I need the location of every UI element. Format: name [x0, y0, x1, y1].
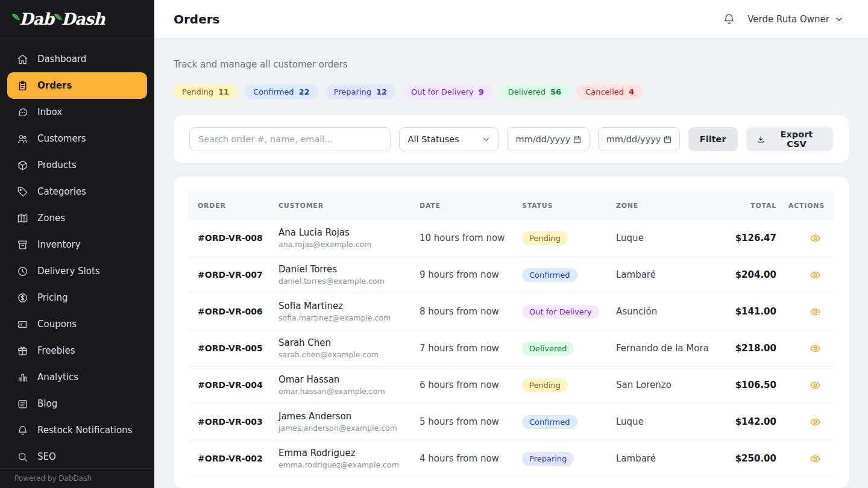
filter-button[interactable]: Filter: [688, 127, 738, 151]
status-pill-label: Out for Delivery: [411, 87, 474, 96]
status-pill-count: 56: [550, 87, 561, 96]
order-zone: Lambaré: [616, 269, 731, 280]
sidebar-item-blog[interactable]: Blog: [7, 390, 147, 417]
sidebar-item-dashboard[interactable]: Dashboard: [7, 46, 147, 72]
search-input[interactable]: [189, 127, 391, 151]
user-menu[interactable]: Verde Ruta Owner: [747, 14, 844, 25]
eye-icon: [810, 306, 821, 318]
categories-icon: [17, 186, 28, 198]
inbox-icon: [17, 107, 28, 118]
sidebar-item-delivery-slots[interactable]: Delivery Slots: [7, 258, 147, 284]
customer-name: Emma Rodriguez: [278, 448, 420, 459]
view-order-button[interactable]: [810, 233, 821, 244]
page-subtitle: Track and manage all customer orders: [174, 59, 849, 70]
customer-name: Omar Hassan: [278, 374, 420, 386]
sidebar-item-label: Inventory: [37, 239, 81, 250]
view-order-button[interactable]: [810, 453, 821, 465]
sidebar-item-products[interactable]: Products: [7, 152, 147, 178]
gift-icon: [17, 345, 28, 357]
date-from-input[interactable]: mm/dd/yyyy: [507, 127, 589, 151]
view-order-button[interactable]: [810, 306, 821, 318]
sidebar-item-label: Analytics: [37, 372, 78, 383]
view-order-button[interactable]: [810, 343, 821, 354]
column-header-date: Date: [420, 202, 522, 210]
status-filter-select[interactable]: All Statuses: [399, 127, 499, 151]
table-row: #ORD-VR-004 Omar Hassan omar.hassan@exam…: [188, 367, 834, 404]
order-total: $141.00: [731, 306, 776, 317]
sidebar-item-label: Categories: [37, 186, 86, 197]
sidebar-item-orders[interactable]: Orders: [7, 72, 147, 99]
status-pill-pending: Pending11: [174, 84, 237, 99]
sidebar-item-zones[interactable]: Zones: [7, 205, 147, 231]
export-csv-button[interactable]: Export CSV: [746, 127, 833, 151]
date-to-input[interactable]: mm/dd/yyyy: [598, 127, 680, 151]
customer-name: Sarah Chen: [278, 337, 420, 349]
status-pill-confirmed: Confirmed22: [245, 84, 318, 99]
search-icon: [17, 451, 28, 463]
sidebar-item-seo[interactable]: SEO: [7, 443, 147, 468]
order-zone: San Lorenzo: [616, 380, 731, 390]
status-badge: Pending: [522, 378, 568, 392]
date-from-value: mm/dd/yyyy: [515, 134, 570, 144]
table-body: #ORD-VR-008 Ana Lucia Rojas ana.rojas@ex…: [188, 220, 834, 477]
pricing-icon: [17, 292, 28, 304]
sidebar-item-analytics[interactable]: Analytics: [7, 364, 147, 390]
view-order-button[interactable]: [810, 269, 821, 281]
status-pill-delivered: Delivered56: [500, 84, 570, 99]
order-id: #ORD-VR-003: [198, 417, 278, 427]
bell-icon: [17, 425, 28, 436]
order-id: #ORD-VR-007: [198, 270, 278, 280]
column-header-status: Status: [522, 202, 616, 210]
status-badge: Confirmed: [522, 268, 577, 282]
customer-email: ana.rojas@example.com: [278, 240, 420, 249]
customer-name: Ana Lucia Rojas: [278, 227, 420, 239]
sidebar-item-label: Coupons: [37, 319, 77, 330]
main: Orders Verde Ruta Owner Track and manage…: [154, 0, 868, 488]
column-header-zone: Zone: [616, 202, 731, 210]
content: Track and manage all customer orders Pen…: [154, 39, 868, 488]
order-date: 9 hours from now: [420, 269, 522, 280]
eye-icon: [810, 416, 821, 428]
filter-bar: All Statuses mm/dd/yyyy mm/dd/yyyy Filte…: [174, 115, 849, 163]
eye-icon: [810, 380, 821, 391]
eye-icon: [810, 453, 821, 465]
column-header-order: Order: [198, 202, 278, 210]
order-zone: Lambaré: [616, 453, 731, 464]
sidebar-item-categories[interactable]: Categories: [7, 178, 147, 205]
sidebar-item-restock-notifications[interactable]: Restock Notifications: [7, 417, 147, 443]
view-order-button[interactable]: [810, 416, 821, 428]
status-pill-count: 4: [629, 87, 634, 96]
sidebar-item-label: Delivery Slots: [37, 266, 100, 277]
order-zone: Luque: [616, 233, 731, 243]
sidebar-item-freebies[interactable]: Freebies: [7, 337, 147, 364]
customer-email: daniel.torres@example.com: [278, 277, 420, 286]
sidebar-item-label: Customers: [37, 133, 86, 144]
order-date: 4 hours from now: [420, 453, 522, 464]
customer-name: Sofia Martinez: [278, 301, 420, 312]
status-pill-preparing: Preparing12: [326, 84, 395, 99]
order-date: 7 hours from now: [420, 343, 522, 354]
view-order-button[interactable]: [810, 380, 821, 391]
notifications-button[interactable]: [723, 13, 735, 25]
status-pill-cancelled: Cancelled4: [577, 84, 643, 99]
status-badge: Pending: [522, 231, 568, 245]
chevron-down-icon: [482, 135, 491, 144]
table-row: #ORD-VR-002 Emma Rodriguez emma.rodrigue…: [188, 440, 834, 477]
status-pill-label: Cancelled: [585, 87, 624, 96]
order-zone: Asunción: [616, 306, 731, 317]
sidebar-item-customers[interactable]: Customers: [7, 125, 147, 152]
sidebar-item-inventory[interactable]: Inventory: [7, 231, 147, 258]
sidebar-item-label: Zones: [37, 213, 65, 224]
sidebar-item-inbox[interactable]: Inbox: [7, 99, 147, 125]
status-pill-count: 22: [299, 87, 310, 96]
orders-table: OrderCustomerDateStatusZoneTotalActions …: [174, 177, 849, 488]
order-id: #ORD-VR-004: [198, 380, 278, 390]
sidebar-item-label: Orders: [37, 80, 72, 91]
eye-icon: [810, 233, 821, 244]
sidebar-item-coupons[interactable]: Coupons: [7, 311, 147, 337]
calendar-icon: [573, 135, 582, 144]
sidebar-item-label: Products: [37, 160, 77, 170]
sidebar-item-pricing[interactable]: Pricing: [7, 284, 147, 311]
status-pill-label: Delivered: [508, 87, 546, 96]
brand-word-1: Dab: [14, 10, 54, 28]
